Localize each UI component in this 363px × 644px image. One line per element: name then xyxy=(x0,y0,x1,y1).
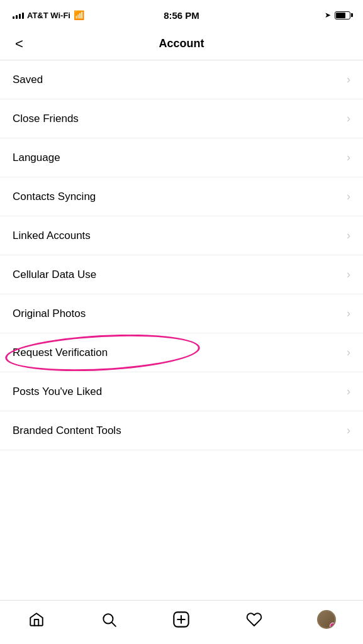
menu-item-label: Cellular Data Use xyxy=(13,269,96,281)
chevron-icon: › xyxy=(347,190,350,203)
nav-add[interactable] xyxy=(165,606,197,633)
add-icon xyxy=(172,611,190,628)
menu-item-close-friends[interactable]: Close Friends › xyxy=(0,99,363,138)
menu-item-label: Contacts Syncing xyxy=(13,191,96,203)
menu-item-request-verification[interactable]: Request Verification › xyxy=(0,333,363,372)
nav-search[interactable] xyxy=(93,606,125,633)
menu-item-label: Language xyxy=(13,152,60,164)
location-icon: ➤ xyxy=(325,11,331,19)
page-title: Account xyxy=(159,37,204,50)
menu-item-label: Branded Content Tools xyxy=(13,425,121,437)
chevron-icon: › xyxy=(347,307,350,320)
menu-item-label: Linked Accounts xyxy=(13,230,91,242)
bottom-nav xyxy=(0,600,363,644)
nav-activity[interactable] xyxy=(238,606,270,633)
menu-item-label: Saved xyxy=(13,74,43,86)
chevron-icon: › xyxy=(347,112,350,125)
menu-item-label: Request Verification xyxy=(13,347,108,359)
signal-icon xyxy=(13,11,24,19)
chevron-icon: › xyxy=(347,73,350,86)
menu-item-label: Close Friends xyxy=(13,113,79,125)
menu-item-cellular-data-use[interactable]: Cellular Data Use › xyxy=(0,255,363,294)
search-icon xyxy=(101,611,117,628)
menu-item-posts-liked[interactable]: Posts You've Liked › xyxy=(0,372,363,411)
chevron-icon: › xyxy=(347,346,350,359)
carrier-label: AT&T Wi-Fi xyxy=(27,11,70,20)
account-menu-list: Saved › Close Friends › Language › Conta… xyxy=(0,60,363,450)
nav-home[interactable] xyxy=(21,606,52,633)
menu-item-language[interactable]: Language › xyxy=(0,138,363,177)
nav-profile[interactable] xyxy=(311,606,342,633)
profile-avatar xyxy=(317,610,336,629)
chevron-icon: › xyxy=(347,229,350,242)
menu-item-saved[interactable]: Saved › xyxy=(0,60,363,99)
chevron-icon: › xyxy=(347,268,350,281)
chevron-icon: › xyxy=(347,151,350,164)
menu-item-branded-content-tools[interactable]: Branded Content Tools › xyxy=(0,411,363,450)
nav-header: < Account xyxy=(0,28,363,60)
chevron-icon: › xyxy=(347,424,350,437)
menu-item-contacts-syncing[interactable]: Contacts Syncing › xyxy=(0,177,363,216)
heart-icon xyxy=(246,611,262,628)
menu-item-original-photos[interactable]: Original Photos › xyxy=(0,294,363,333)
status-bar: AT&T Wi-Fi 📶 8:56 PM ➤ xyxy=(0,0,363,28)
menu-item-label: Posts You've Liked xyxy=(13,386,102,398)
wifi-icon: 📶 xyxy=(74,10,84,20)
battery-icon xyxy=(335,11,350,19)
home-icon xyxy=(28,611,45,628)
status-indicators: ➤ xyxy=(325,11,350,19)
back-button[interactable]: < xyxy=(10,33,28,55)
chevron-icon: › xyxy=(347,385,350,398)
svg-line-1 xyxy=(112,622,116,626)
notification-dot xyxy=(330,623,336,629)
carrier-info: AT&T Wi-Fi 📶 xyxy=(13,10,84,20)
status-time: 8:56 PM xyxy=(164,10,199,21)
menu-item-linked-accounts[interactable]: Linked Accounts › xyxy=(0,216,363,255)
menu-item-label: Original Photos xyxy=(13,308,86,320)
